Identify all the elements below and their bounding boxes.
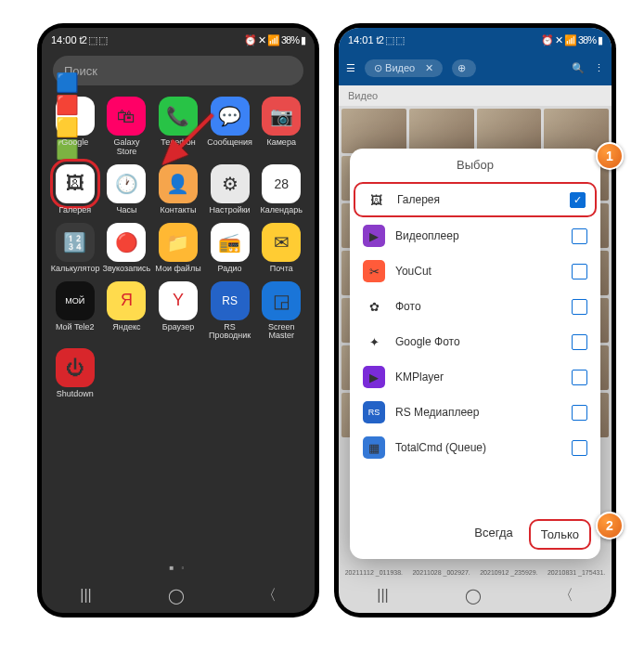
app-gallery-icon: 🖼 xyxy=(365,188,387,211)
radio-app[interactable]: 📻Радио xyxy=(204,223,256,274)
menu-icon[interactable]: ☰ xyxy=(346,62,355,74)
checkbox[interactable] xyxy=(572,299,587,315)
item-label: YouCut xyxy=(395,265,561,278)
checkbox[interactable] xyxy=(572,405,587,421)
checkbox[interactable]: ✓ xyxy=(570,192,586,208)
app-youcut-icon: ✂ xyxy=(363,260,385,282)
calculator-app[interactable]: 🔢Калькулятор xyxy=(49,223,101,274)
checkbox[interactable] xyxy=(572,264,587,280)
galaxy-store-icon: 🛍 xyxy=(107,97,146,136)
clock-icon: 🕐 xyxy=(107,164,146,203)
nav-home[interactable]: ◯ xyxy=(168,587,185,604)
app-label: Калькулятор xyxy=(51,265,99,274)
app-label: Контакты xyxy=(161,206,197,215)
checkbox[interactable] xyxy=(572,440,587,456)
open-with-dialog: Выбор 🖼Галерея✓▶Видеоплеер✂YouCut✿Фото✦G… xyxy=(350,149,600,559)
yandex-app[interactable]: ЯЯндекс xyxy=(101,281,153,342)
app-rsmedia-icon: RS xyxy=(363,401,385,423)
calendar-icon: 28 xyxy=(262,164,301,203)
nav-back[interactable]: 〈 xyxy=(559,586,573,605)
mail-icon: ✉ xyxy=(262,223,301,262)
app-label: Яндекс xyxy=(112,323,140,332)
search-icon[interactable]: 🔍 xyxy=(572,62,585,74)
settings-app[interactable]: ⚙Настройки xyxy=(204,164,256,215)
recorder-icon: 🔴 xyxy=(107,223,146,262)
nav-back[interactable]: 〈 xyxy=(262,586,277,605)
nav-home[interactable]: ◯ xyxy=(465,587,482,604)
checkbox[interactable] xyxy=(572,334,587,350)
filter-chip-video[interactable]: ⊙ Видео ✕ xyxy=(365,59,443,77)
app-label: RS Проводник xyxy=(206,323,254,342)
item-label: Фото xyxy=(395,300,561,313)
always-button[interactable]: Всегда xyxy=(464,519,522,550)
item-label: Галерея xyxy=(397,193,560,206)
item-label: KMPlayer xyxy=(395,370,561,384)
app-label: Shutdown xyxy=(57,390,94,399)
screenmaster-app[interactable]: ◲Screen Master xyxy=(255,281,307,342)
app-label: Сообщения xyxy=(207,138,252,148)
app-label: Часы xyxy=(116,206,136,215)
tele2-app[interactable]: МОЙМой Tele2 xyxy=(49,281,101,342)
item-label: TotalCmd (Queue) xyxy=(395,441,561,454)
app-gphotos-icon: ✦ xyxy=(363,331,385,353)
camera-icon: 📷 xyxy=(262,97,301,136)
app-photo-icon: ✿ xyxy=(363,295,385,318)
shutdown-icon: ⏻ xyxy=(56,348,95,387)
app-label: Браузер xyxy=(162,323,194,332)
rs-app[interactable]: RSRS Проводник xyxy=(204,281,256,342)
annotation-badge-2: 2 xyxy=(596,512,624,540)
gallery-app[interactable]: 🖼Галерея xyxy=(49,164,101,215)
more-icon[interactable]: ⋮ xyxy=(594,62,604,74)
checkbox[interactable] xyxy=(572,370,587,385)
app-photo[interactable]: ✿Фото xyxy=(350,289,600,324)
gallery-icon: 🖼 xyxy=(56,164,95,203)
clock-app[interactable]: 🕐Часы xyxy=(101,164,153,215)
app-kmplayer-icon: ▶ xyxy=(363,366,385,388)
app-gallery[interactable]: 🖼Галерея✓ xyxy=(354,182,597,217)
app-totalcmd-icon: ▦ xyxy=(363,436,385,459)
app-label: Почта xyxy=(270,265,293,274)
calculator-icon: 🔢 xyxy=(56,223,95,262)
google-app[interactable]: 🟦🟥🟨🟩Google xyxy=(49,97,101,157)
tab-video[interactable]: Видео xyxy=(339,85,612,106)
phone-right: 14:01 t2 ⬚ ⬚ ⏰ ✕ 📶 38% ▮ ☰ ⊙ Видео ✕ ⊕ 🔍… xyxy=(334,23,616,618)
recorder-app[interactable]: 🔴Звукозапись xyxy=(101,223,153,274)
files-app[interactable]: 📁Мои файлы xyxy=(152,223,204,274)
dialog-title: Выбор xyxy=(350,149,600,181)
app-label: Google xyxy=(61,138,88,148)
nav-recents[interactable]: ||| xyxy=(80,587,91,604)
calendar-app[interactable]: 28Календарь xyxy=(255,164,307,215)
browser-app[interactable]: YБраузер xyxy=(152,281,204,342)
rs-icon: RS xyxy=(211,281,250,320)
radio-icon: 📻 xyxy=(211,223,250,262)
thumb-caption: 20211112 _011938. xyxy=(341,569,406,576)
app-gphotos[interactable]: ✦Google Фото xyxy=(350,324,600,359)
home-screen: 14:00 t2 ⬚ ⬚ ⏰ ✕ 📶 38% ▮ Поиск 🟦🟥🟨🟩Googl… xyxy=(42,28,315,613)
page-indicator: ■ ▫ xyxy=(42,564,315,572)
item-label: RS Медиаплеер xyxy=(395,406,561,419)
app-label: Календарь xyxy=(260,206,302,215)
app-videoplayer[interactable]: ▶Видеоплеер xyxy=(350,218,600,254)
nav-recents[interactable]: ||| xyxy=(377,587,388,604)
app-label: Галерея xyxy=(59,206,92,215)
once-button[interactable]: Только xyxy=(529,519,591,550)
item-label: Видеоплеер xyxy=(395,229,561,242)
thumb-caption: 20210912 _235929. xyxy=(477,569,542,576)
camera-app[interactable]: 📷Камера xyxy=(255,97,307,157)
status-bar: 14:00 t2 ⬚ ⬚ ⏰ ✕ 📶 38% ▮ xyxy=(42,28,315,50)
galaxy-store-app[interactable]: 🛍Galaxy Store xyxy=(101,97,153,157)
shutdown-app[interactable]: ⏻Shutdown xyxy=(49,348,101,399)
app-label: Мои файлы xyxy=(155,265,200,274)
app-kmplayer[interactable]: ▶KMPlayer xyxy=(350,359,600,395)
checkbox[interactable] xyxy=(572,228,587,244)
nav-bar: ||| ◯ 〈 xyxy=(42,578,315,613)
thumb-caption: 20210831 _175431. xyxy=(544,569,609,576)
app-videoplayer-icon: ▶ xyxy=(363,225,385,247)
mail-app[interactable]: ✉Почта xyxy=(255,223,307,274)
app-label: Камера xyxy=(266,138,295,148)
app-rsmedia[interactable]: RSRS Медиаплеер xyxy=(350,395,600,430)
app-youcut[interactable]: ✂YouCut xyxy=(350,254,600,289)
app-totalcmd[interactable]: ▦TotalCmd (Queue) xyxy=(350,430,600,465)
add-filter[interactable]: ⊕ xyxy=(452,59,476,77)
thumb-caption: 20211028 _002927. xyxy=(409,569,474,576)
